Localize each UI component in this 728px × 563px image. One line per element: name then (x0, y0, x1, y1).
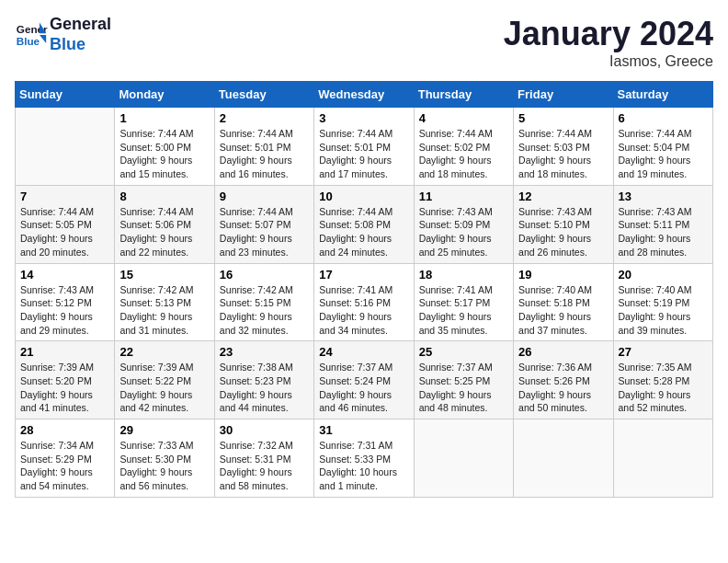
calendar-cell: 5Sunrise: 7:44 AMSunset: 5:03 PMDaylight… (514, 108, 613, 186)
location: Iasmos, Greece (504, 53, 713, 70)
day-number: 28 (20, 423, 109, 437)
calendar-cell: 18Sunrise: 7:41 AMSunset: 5:17 PMDayligh… (414, 263, 513, 341)
day-number: 4 (419, 111, 508, 125)
day-info: Sunrise: 7:39 AMSunset: 5:22 PMDaylight:… (119, 361, 209, 415)
day-number: 24 (319, 345, 408, 359)
week-row-2: 7Sunrise: 7:44 AMSunset: 5:05 PMDaylight… (16, 185, 713, 263)
logo-icon: General Blue (15, 18, 48, 52)
calendar-cell: 29Sunrise: 7:33 AMSunset: 5:30 PMDayligh… (115, 419, 214, 498)
day-number: 1 (119, 111, 209, 125)
day-number: 30 (220, 423, 309, 437)
calendar-cell: 11Sunrise: 7:43 AMSunset: 5:09 PMDayligh… (414, 185, 513, 263)
day-number: 7 (20, 190, 109, 203)
calendar-cell: 2Sunrise: 7:44 AMSunset: 5:01 PMDaylight… (214, 108, 313, 186)
day-number: 25 (419, 345, 508, 359)
calendar-cell (613, 419, 712, 498)
calendar-cell: 8Sunrise: 7:44 AMSunset: 5:06 PMDaylight… (115, 185, 214, 263)
day-number: 19 (518, 268, 608, 282)
calendar-cell (16, 108, 115, 186)
weekday-header-row: SundayMondayTuesdayWednesdayThursdayFrid… (16, 82, 713, 108)
day-number: 13 (619, 190, 708, 203)
calendar-cell: 23Sunrise: 7:38 AMSunset: 5:23 PMDayligh… (214, 341, 313, 419)
calendar-cell: 24Sunrise: 7:37 AMSunset: 5:24 PMDayligh… (314, 341, 414, 419)
calendar-cell: 14Sunrise: 7:43 AMSunset: 5:12 PMDayligh… (16, 263, 115, 341)
day-number: 11 (419, 190, 508, 203)
calendar-cell: 21Sunrise: 7:39 AMSunset: 5:20 PMDayligh… (16, 341, 115, 419)
week-row-3: 14Sunrise: 7:43 AMSunset: 5:12 PMDayligh… (16, 263, 713, 341)
day-info: Sunrise: 7:40 AMSunset: 5:19 PMDaylight:… (619, 283, 708, 338)
day-number: 21 (20, 345, 109, 359)
day-number: 16 (220, 268, 309, 282)
day-number: 31 (319, 423, 408, 437)
day-info: Sunrise: 7:40 AMSunset: 5:18 PMDaylight:… (518, 283, 608, 338)
calendar-cell: 7Sunrise: 7:44 AMSunset: 5:05 PMDaylight… (16, 185, 115, 263)
day-info: Sunrise: 7:43 AMSunset: 5:11 PMDaylight:… (619, 205, 708, 259)
day-info: Sunrise: 7:44 AMSunset: 5:05 PMDaylight:… (20, 205, 109, 259)
weekday-header-sunday: Sunday (16, 82, 115, 108)
page-header: General Blue General Blue January 2024 I… (15, 15, 713, 70)
calendar-cell: 28Sunrise: 7:34 AMSunset: 5:29 PMDayligh… (16, 419, 115, 498)
day-number: 22 (119, 345, 209, 359)
day-number: 26 (518, 345, 608, 359)
day-number: 20 (619, 268, 708, 282)
svg-marker-3 (40, 35, 46, 43)
day-number: 27 (619, 345, 708, 359)
day-info: Sunrise: 7:42 AMSunset: 5:13 PMDaylight:… (119, 283, 209, 338)
calendar-cell (414, 419, 513, 498)
weekday-header-saturday: Saturday (613, 82, 712, 108)
day-info: Sunrise: 7:41 AMSunset: 5:16 PMDaylight:… (319, 283, 408, 338)
day-number: 29 (119, 423, 209, 437)
weekday-header-monday: Monday (115, 82, 214, 108)
calendar-cell: 16Sunrise: 7:42 AMSunset: 5:15 PMDayligh… (214, 263, 313, 341)
day-number: 10 (319, 190, 408, 203)
day-info: Sunrise: 7:37 AMSunset: 5:24 PMDaylight:… (319, 361, 408, 415)
day-number: 3 (319, 111, 408, 125)
day-number: 23 (220, 345, 309, 359)
day-info: Sunrise: 7:35 AMSunset: 5:28 PMDaylight:… (619, 361, 708, 415)
calendar-table: SundayMondayTuesdayWednesdayThursdayFrid… (15, 81, 713, 498)
day-number: 12 (518, 190, 608, 203)
day-info: Sunrise: 7:43 AMSunset: 5:10 PMDaylight:… (518, 205, 608, 259)
week-row-1: 1Sunrise: 7:44 AMSunset: 5:00 PMDaylight… (16, 108, 713, 186)
calendar-cell: 19Sunrise: 7:40 AMSunset: 5:18 PMDayligh… (514, 263, 613, 341)
day-info: Sunrise: 7:38 AMSunset: 5:23 PMDaylight:… (220, 361, 309, 415)
calendar-cell: 27Sunrise: 7:35 AMSunset: 5:28 PMDayligh… (613, 341, 712, 419)
day-number: 8 (119, 190, 209, 203)
calendar-cell: 30Sunrise: 7:32 AMSunset: 5:31 PMDayligh… (214, 419, 313, 498)
day-info: Sunrise: 7:32 AMSunset: 5:31 PMDaylight:… (220, 439, 309, 493)
calendar-cell: 15Sunrise: 7:42 AMSunset: 5:13 PMDayligh… (115, 263, 214, 341)
calendar-cell: 12Sunrise: 7:43 AMSunset: 5:10 PMDayligh… (514, 185, 613, 263)
week-row-4: 21Sunrise: 7:39 AMSunset: 5:20 PMDayligh… (16, 341, 713, 419)
calendar-body: 1Sunrise: 7:44 AMSunset: 5:00 PMDaylight… (16, 108, 713, 498)
day-info: Sunrise: 7:37 AMSunset: 5:25 PMDaylight:… (419, 361, 508, 415)
calendar-cell: 25Sunrise: 7:37 AMSunset: 5:25 PMDayligh… (414, 341, 513, 419)
day-info: Sunrise: 7:44 AMSunset: 5:01 PMDaylight:… (220, 127, 309, 181)
logo-text-blue: Blue (50, 35, 111, 55)
day-info: Sunrise: 7:44 AMSunset: 5:04 PMDaylight:… (619, 127, 708, 181)
weekday-header-thursday: Thursday (414, 82, 513, 108)
day-info: Sunrise: 7:41 AMSunset: 5:17 PMDaylight:… (419, 283, 508, 338)
day-number: 17 (319, 268, 408, 282)
day-info: Sunrise: 7:42 AMSunset: 5:15 PMDaylight:… (220, 283, 309, 338)
day-number: 6 (619, 111, 708, 125)
weekday-header-tuesday: Tuesday (214, 82, 313, 108)
calendar-cell: 6Sunrise: 7:44 AMSunset: 5:04 PMDaylight… (613, 108, 712, 186)
month-title: January 2024 (504, 15, 713, 53)
day-number: 15 (119, 268, 209, 282)
calendar-cell: 31Sunrise: 7:31 AMSunset: 5:33 PMDayligh… (314, 419, 414, 498)
week-row-5: 28Sunrise: 7:34 AMSunset: 5:29 PMDayligh… (16, 419, 713, 498)
title-area: January 2024 Iasmos, Greece (504, 15, 713, 70)
day-info: Sunrise: 7:44 AMSunset: 5:00 PMDaylight:… (119, 127, 209, 181)
day-info: Sunrise: 7:36 AMSunset: 5:26 PMDaylight:… (518, 361, 608, 415)
calendar-cell: 4Sunrise: 7:44 AMSunset: 5:02 PMDaylight… (414, 108, 513, 186)
weekday-header-wednesday: Wednesday (314, 82, 414, 108)
day-info: Sunrise: 7:33 AMSunset: 5:30 PMDaylight:… (119, 439, 209, 493)
calendar-cell: 26Sunrise: 7:36 AMSunset: 5:26 PMDayligh… (514, 341, 613, 419)
calendar-cell: 17Sunrise: 7:41 AMSunset: 5:16 PMDayligh… (314, 263, 414, 341)
calendar-cell: 9Sunrise: 7:44 AMSunset: 5:07 PMDaylight… (214, 185, 313, 263)
day-number: 5 (518, 111, 608, 125)
day-info: Sunrise: 7:34 AMSunset: 5:29 PMDaylight:… (20, 439, 109, 493)
day-number: 18 (419, 268, 508, 282)
svg-text:Blue: Blue (17, 34, 40, 46)
day-info: Sunrise: 7:44 AMSunset: 5:07 PMDaylight:… (220, 205, 309, 259)
